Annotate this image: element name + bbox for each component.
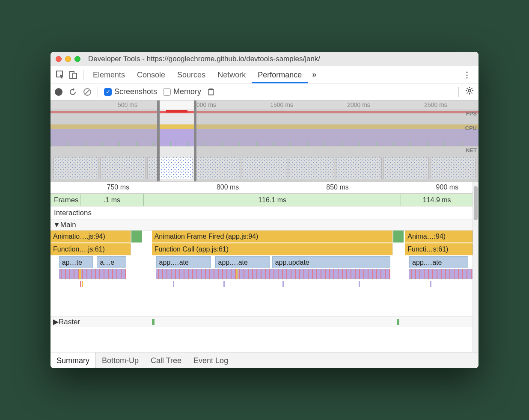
flame-microbar[interactable] bbox=[80, 281, 81, 287]
frames-label: Frames bbox=[54, 196, 79, 204]
scrollbar-thumb[interactable] bbox=[474, 186, 478, 220]
flame-bar[interactable]: Animation Frame Fired (app.js:94) bbox=[152, 231, 392, 243]
tab-bottom-up[interactable]: Bottom-Up bbox=[96, 352, 145, 368]
maximize-window-icon[interactable] bbox=[74, 56, 80, 62]
flame-microbar[interactable] bbox=[82, 281, 83, 287]
interactions-row[interactable]: Interactions bbox=[51, 207, 473, 219]
reload-button[interactable] bbox=[68, 88, 77, 96]
flame-microbar[interactable] bbox=[282, 281, 284, 287]
screenshots-checkbox[interactable]: ✓ bbox=[104, 88, 112, 96]
frame-segment[interactable]: 114.9 ms bbox=[401, 194, 473, 206]
trash-icon[interactable] bbox=[207, 88, 215, 96]
memory-checkbox[interactable] bbox=[163, 88, 171, 96]
overview-timeline[interactable]: 500 ms 1000 ms 1500 ms 2000 ms 2500 ms F… bbox=[51, 101, 478, 182]
window-controls bbox=[56, 56, 80, 62]
filmstrip-thumb[interactable] bbox=[100, 157, 146, 179]
tab-call-tree[interactable]: Call Tree bbox=[145, 352, 187, 368]
settings-icon[interactable] bbox=[465, 86, 474, 98]
flame-microbar[interactable] bbox=[359, 281, 360, 287]
frames-row[interactable]: Frames .1 ms 116.1 ms 114.9 ms bbox=[51, 194, 473, 207]
flame-bar[interactable]: app.update bbox=[272, 256, 390, 268]
cpu-label: CPU bbox=[465, 125, 477, 131]
frame-segment[interactable]: .1 ms bbox=[80, 194, 143, 206]
tab-event-log[interactable]: Event Log bbox=[187, 352, 234, 368]
frame-segment[interactable]: 116.1 ms bbox=[143, 194, 401, 206]
tab-elements[interactable]: Elements bbox=[87, 66, 131, 83]
flame-bar[interactable]: Functi…s:61) bbox=[405, 243, 473, 255]
flame-bar[interactable]: app.…ate bbox=[409, 256, 468, 268]
device-toolbar-icon[interactable] bbox=[67, 70, 80, 80]
record-button[interactable] bbox=[55, 88, 62, 96]
ruler-tick: 2500 ms bbox=[424, 101, 447, 108]
memory-toggle[interactable]: Memory bbox=[163, 87, 201, 96]
flame-bar[interactable]: Function Call (app.js:61) bbox=[152, 243, 392, 255]
flame-stripe[interactable] bbox=[156, 269, 390, 279]
flame-bar[interactable]: Function….js:61) bbox=[51, 243, 131, 255]
flame-bar[interactable]: Anima…:94) bbox=[405, 231, 473, 243]
clear-button[interactable] bbox=[83, 88, 92, 96]
filmstrip-thumb[interactable] bbox=[431, 157, 476, 179]
raster-event-marker[interactable] bbox=[397, 319, 399, 325]
tab-summary[interactable]: Summary bbox=[51, 352, 96, 368]
performance-toolbar: ✓ Screenshots Memory bbox=[51, 83, 478, 101]
main-label: Main bbox=[60, 221, 76, 229]
vertical-scrollbar[interactable] bbox=[473, 182, 478, 352]
net-label: NET bbox=[466, 147, 477, 154]
flame-microbar[interactable] bbox=[430, 281, 431, 287]
filmstrip-thumb[interactable] bbox=[53, 157, 98, 179]
raster-event-marker[interactable] bbox=[152, 319, 155, 325]
tab-network[interactable]: Network bbox=[211, 66, 252, 83]
flame-microbar[interactable] bbox=[173, 281, 174, 287]
overview-ruler[interactable]: 500 ms 1000 ms 1500 ms 2000 ms 2500 ms bbox=[51, 101, 478, 110]
ruler-tick: 800 ms bbox=[217, 183, 239, 191]
flame-stripe[interactable] bbox=[409, 269, 473, 279]
disclosure-triangle-icon[interactable]: ▼ bbox=[53, 221, 60, 229]
filmstrip-thumb[interactable] bbox=[195, 157, 240, 179]
tab-sources[interactable]: Sources bbox=[171, 66, 211, 83]
filmstrip-thumb[interactable] bbox=[242, 157, 287, 179]
panel-tabs: Elements Console Sources Network Perform… bbox=[51, 66, 478, 83]
screenshots-toggle[interactable]: ✓ Screenshots bbox=[104, 87, 157, 96]
minimize-window-icon[interactable] bbox=[65, 56, 71, 62]
flame-microbar[interactable] bbox=[223, 281, 225, 287]
close-window-icon[interactable] bbox=[56, 56, 62, 62]
filmstrip-thumb[interactable] bbox=[383, 157, 429, 179]
memory-label: Memory bbox=[173, 87, 201, 96]
disclosure-triangle-icon[interactable]: ▶ bbox=[53, 317, 59, 326]
main-flame-chart[interactable]: Animatio….js:94) Animation Frame Fired (… bbox=[51, 231, 473, 316]
filmstrip-thumb[interactable] bbox=[289, 157, 334, 179]
flame-bar[interactable] bbox=[393, 231, 404, 243]
detail-pane: 750 ms 800 ms 850 ms 900 ms Frames .1 ms… bbox=[51, 182, 478, 352]
main-thread-header[interactable]: ▼ Main bbox=[51, 219, 473, 231]
inspect-element-icon[interactable] bbox=[54, 70, 67, 80]
filmstrip-thumb[interactable] bbox=[147, 157, 193, 179]
flame-bar[interactable]: app.…ate bbox=[156, 256, 211, 268]
kebab-menu-icon[interactable]: ⋮ bbox=[459, 70, 475, 80]
ruler-tick: 1500 ms bbox=[270, 101, 293, 108]
tab-performance[interactable]: Performance bbox=[252, 66, 308, 83]
cpu-lane: CPU bbox=[51, 124, 478, 147]
divider bbox=[98, 87, 98, 97]
flame-bar[interactable]: app.…ate bbox=[215, 256, 270, 268]
more-tabs-icon[interactable]: » bbox=[308, 70, 321, 79]
screenshot-filmstrip[interactable] bbox=[51, 155, 478, 181]
flame-stripe[interactable] bbox=[59, 269, 127, 279]
filmstrip-thumb[interactable] bbox=[336, 157, 381, 179]
flame-bar[interactable]: ap…te bbox=[59, 256, 93, 268]
svg-point-5 bbox=[468, 89, 471, 92]
flame-bar[interactable] bbox=[131, 231, 142, 243]
raster-header[interactable]: ▶ Raster bbox=[51, 316, 473, 327]
screenshots-label: Screenshots bbox=[114, 87, 157, 96]
ruler-tick: 1000 ms bbox=[193, 101, 216, 108]
flame-bar[interactable]: a…e bbox=[97, 256, 126, 268]
ruler-tick: 750 ms bbox=[107, 183, 129, 191]
flame-chart-area[interactable]: 750 ms 800 ms 850 ms 900 ms Frames .1 ms… bbox=[51, 182, 473, 327]
ruler-tick: 900 ms bbox=[436, 183, 458, 191]
flame-bar[interactable]: Animatio….js:94) bbox=[51, 231, 131, 243]
ruler-tick: 850 ms bbox=[326, 183, 348, 191]
ruler-tick: 500 ms bbox=[118, 101, 137, 108]
window-title: Developer Tools - https://googlechrome.g… bbox=[86, 55, 473, 63]
svg-rect-2 bbox=[73, 73, 77, 79]
detail-ruler[interactable]: 750 ms 800 ms 850 ms 900 ms bbox=[51, 182, 473, 194]
tab-console[interactable]: Console bbox=[131, 66, 171, 83]
